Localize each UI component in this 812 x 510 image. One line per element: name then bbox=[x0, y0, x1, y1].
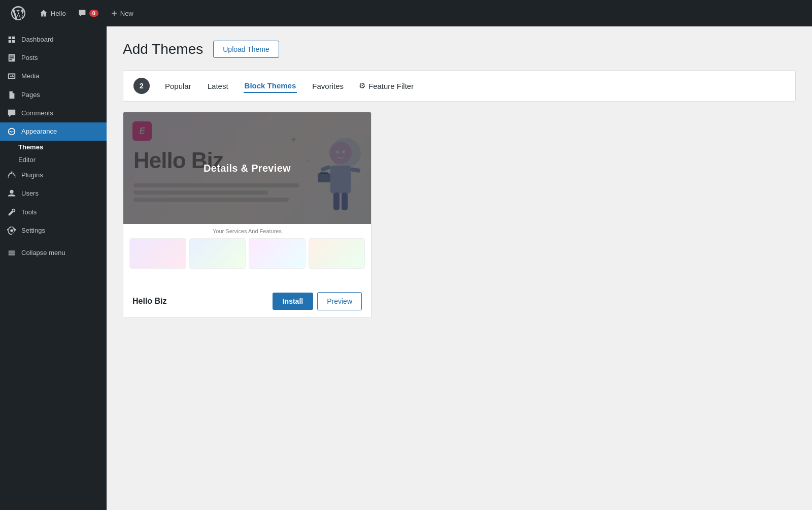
sidebar-label-tools: Tools bbox=[21, 208, 99, 217]
dashboard-icon bbox=[7, 35, 16, 44]
themes-grid: E Hello Biz bbox=[123, 112, 796, 318]
sidebar-sub-themes[interactable]: Themes bbox=[18, 141, 107, 153]
sidebar-item-plugins[interactable]: Plugins bbox=[0, 166, 107, 184]
tools-icon bbox=[7, 208, 16, 217]
plugins-icon bbox=[7, 171, 16, 180]
theme-card-footer: Hello Biz Install Preview bbox=[123, 285, 371, 317]
filter-badge: 2 bbox=[133, 78, 150, 94]
sidebar-item-tools[interactable]: Tools bbox=[0, 203, 107, 221]
filter-block-themes[interactable]: Block Themes bbox=[244, 79, 297, 93]
hello-biz-preview-bg: E Hello Biz bbox=[123, 112, 371, 285]
sidebar-label-appearance: Appearance bbox=[21, 127, 99, 136]
collapse-icon bbox=[7, 248, 16, 258]
page-title: Add Themes bbox=[123, 41, 203, 57]
filter-favorites[interactable]: Favorites bbox=[311, 80, 345, 92]
feature-filter-label: Feature Filter bbox=[368, 82, 414, 90]
wp-logo-item[interactable] bbox=[6, 3, 32, 23]
sidebar-sub-editor[interactable]: Editor bbox=[18, 153, 107, 166]
comments-item[interactable]: 0 bbox=[73, 6, 104, 20]
page-header: Add Themes Upload Theme bbox=[123, 41, 796, 58]
theme-actions: Install Preview bbox=[273, 292, 362, 310]
hb-service-2 bbox=[189, 238, 246, 269]
hb-service-1 bbox=[129, 238, 186, 269]
users-icon bbox=[7, 189, 16, 198]
site-name-item[interactable]: Hello bbox=[35, 6, 71, 20]
new-label: New bbox=[120, 10, 133, 17]
filter-latest[interactable]: Latest bbox=[207, 80, 229, 92]
sidebar-label-pages: Pages bbox=[21, 90, 99, 100]
sidebar-label-plugins: Plugins bbox=[21, 171, 99, 180]
wp-logo-icon bbox=[11, 6, 25, 20]
media-icon bbox=[7, 72, 16, 81]
install-button[interactable]: Install bbox=[273, 293, 313, 310]
comments-badge: 0 bbox=[89, 10, 98, 17]
theme-name: Hello Biz bbox=[132, 297, 167, 306]
site-name-label: Hello bbox=[51, 10, 66, 17]
theme-details-overlay[interactable]: Details & Preview bbox=[123, 112, 371, 224]
home-icon bbox=[40, 9, 48, 17]
settings-icon bbox=[7, 226, 16, 235]
plus-icon bbox=[111, 10, 118, 17]
hb-service-4 bbox=[309, 238, 365, 269]
admin-bar: Hello 0 New bbox=[0, 0, 812, 26]
gear-icon: ⚙ bbox=[359, 81, 365, 90]
sidebar-label-posts: Posts bbox=[21, 53, 99, 62]
filter-bar: 2 Popular Latest Block Themes Favorites … bbox=[123, 70, 796, 102]
sidebar-label-users: Users bbox=[21, 189, 99, 198]
sidebar-label-dashboard: Dashboard bbox=[21, 35, 99, 44]
collapse-label: Collapse menu bbox=[21, 249, 65, 257]
sidebar-item-pages[interactable]: Pages bbox=[0, 86, 107, 104]
comments-icon bbox=[78, 9, 86, 17]
pages-icon bbox=[7, 90, 16, 100]
sidebar-item-dashboard[interactable]: Dashboard bbox=[0, 30, 107, 49]
theme-preview: E Hello Biz bbox=[123, 112, 371, 285]
sidebar-label-settings: Settings bbox=[21, 226, 99, 235]
sidebar-item-comments[interactable]: Comments bbox=[0, 104, 107, 122]
posts-icon bbox=[7, 53, 16, 62]
hb-services-grid bbox=[129, 238, 365, 269]
comments-nav-icon bbox=[7, 109, 16, 118]
sidebar-item-posts[interactable]: Posts bbox=[0, 49, 107, 67]
sidebar-label-comments: Comments bbox=[21, 109, 99, 118]
feature-filter-item[interactable]: ⚙ Feature Filter bbox=[359, 81, 414, 90]
sidebar-item-users[interactable]: Users bbox=[0, 184, 107, 203]
sidebar-item-appearance[interactable]: Appearance bbox=[0, 122, 107, 141]
main-content: Add Themes Upload Theme 2 Popular Latest… bbox=[107, 26, 812, 510]
upload-theme-button[interactable]: Upload Theme bbox=[213, 41, 279, 58]
appearance-icon bbox=[7, 127, 16, 136]
hb-services-section: Your Services And Features bbox=[123, 224, 371, 285]
appearance-submenu: Themes Editor bbox=[0, 141, 107, 166]
hb-services-title: Your Services And Features bbox=[129, 228, 365, 234]
sidebar: Dashboard Posts Media Pages Comments App… bbox=[0, 26, 107, 510]
filter-popular[interactable]: Popular bbox=[164, 80, 192, 92]
details-preview-label: Details & Preview bbox=[204, 163, 291, 174]
hb-service-3 bbox=[249, 238, 306, 269]
preview-button[interactable]: Preview bbox=[317, 292, 362, 310]
sidebar-item-media[interactable]: Media bbox=[0, 67, 107, 85]
layout: Dashboard Posts Media Pages Comments App… bbox=[0, 26, 812, 510]
collapse-menu-item[interactable]: Collapse menu bbox=[0, 244, 107, 262]
sidebar-item-settings[interactable]: Settings bbox=[0, 221, 107, 240]
theme-card-hello-biz: E Hello Biz bbox=[123, 112, 371, 318]
new-content-item[interactable]: New bbox=[106, 7, 139, 20]
sidebar-label-media: Media bbox=[21, 72, 99, 81]
